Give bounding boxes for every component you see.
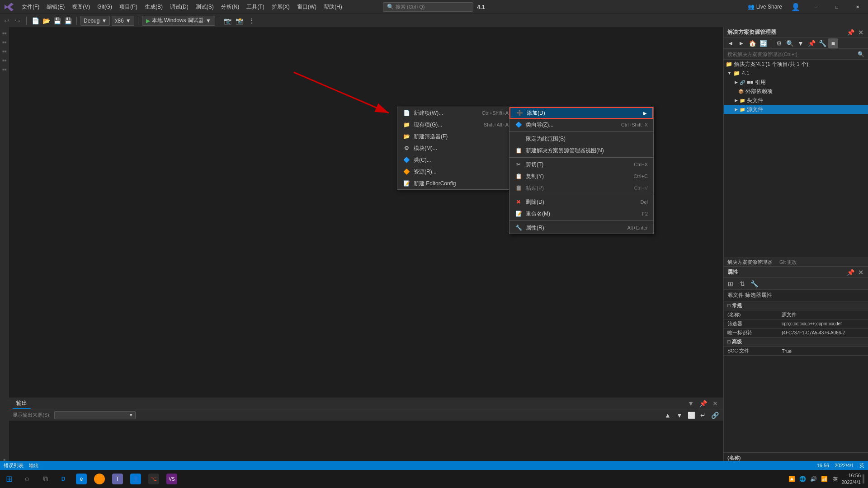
ctx-add-item[interactable]: ➕ 添加(D) ▶ <box>509 107 653 119</box>
save-all-button[interactable]: 💾 <box>63 16 73 26</box>
se-search-input[interactable] <box>727 52 858 57</box>
user-icon-btn[interactable]: 👤 <box>788 2 804 12</box>
ctx-copy[interactable]: 📋 复制(Y) Ctrl+C <box>509 170 653 182</box>
tree-headers[interactable]: ▶ 📁 头文件 <box>724 96 868 105</box>
live-share-button[interactable]: 👥 Live Share <box>744 3 786 11</box>
minimize-button[interactable]: ─ <box>806 0 826 14</box>
tree-references[interactable]: ▶ 🔗 ■■ 引用 <box>724 78 868 87</box>
se-filter-btn[interactable]: 🔍 <box>785 38 795 48</box>
menu-extensions[interactable]: 扩展(X) <box>268 0 293 14</box>
snapshot-button[interactable]: 📷 <box>223 16 233 26</box>
ctx-new-filter[interactable]: 📂 新建筛选器(F) <box>397 131 514 142</box>
close-button[interactable]: ✕ <box>847 0 868 14</box>
start-button[interactable]: ⊞ <box>0 470 18 488</box>
ctx-existing-item[interactable]: 📁 现有项(G)... Shift+Alt+A <box>397 119 514 131</box>
props-pin-button[interactable]: 📌 <box>846 269 855 276</box>
redo-button[interactable]: ↪ <box>13 16 23 26</box>
tree-external[interactable]: 📦 外部依赖项 <box>724 87 868 96</box>
taskbar-app-orange[interactable] <box>90 470 108 488</box>
show-desktop-btn[interactable] <box>863 474 864 483</box>
se-back-btn[interactable]: ◀ <box>726 38 736 48</box>
tray-expand[interactable]: 🔼 <box>787 474 796 483</box>
menu-help[interactable]: 帮助(H) <box>320 0 346 14</box>
ctx-paste[interactable]: 📋 粘贴(P) Ctrl+V <box>509 182 653 194</box>
menu-debug[interactable]: 调试(D) <box>166 0 192 14</box>
run-button[interactable]: ▶ 本地 Windows 调试器 ▼ <box>142 16 215 26</box>
se-tab-solution[interactable]: 解决方案资源管理器 <box>727 259 772 266</box>
se-forward-btn[interactable]: ▶ <box>736 38 746 48</box>
ctx-module[interactable]: ⚙ 模块(M)... <box>397 142 514 154</box>
menu-tools[interactable]: 工具(T) <box>243 0 268 14</box>
search-box[interactable]: 🔍 搜索 (Ctrl+Q) <box>383 2 473 12</box>
output-tab[interactable]: 输出 <box>13 399 31 409</box>
se-highlight-btn[interactable]: ■ <box>828 38 838 48</box>
output-close-btn[interactable]: ✕ <box>711 400 720 407</box>
menu-git[interactable]: Git(G) <box>94 0 116 14</box>
menu-project[interactable]: 项目(P) <box>116 0 141 14</box>
tray-volume[interactable]: 🔊 <box>809 474 818 483</box>
ctx-new-se-view[interactable]: 📋 新建解决方案资源管理器视图(N) <box>509 145 653 156</box>
se-home-btn[interactable]: 🏠 <box>747 38 757 48</box>
taskbar-app-teams[interactable]: T <box>108 470 127 488</box>
tray-network[interactable]: 🌐 <box>798 474 807 483</box>
maximize-button[interactable]: □ <box>826 0 847 14</box>
output-source-select[interactable]: ▼ <box>54 411 136 419</box>
props-grid-btn[interactable]: ⊞ <box>726 279 736 289</box>
output-up-btn[interactable]: ▲ <box>663 410 673 420</box>
taskbar-app-vs[interactable]: VS <box>163 470 181 488</box>
se-refresh-btn[interactable]: 🔄 <box>758 38 768 48</box>
debug-config-dropdown[interactable]: Debug ▼ <box>80 16 110 26</box>
props-close-button[interactable]: ✕ <box>857 269 864 276</box>
tray-wifi[interactable]: 📶 <box>820 474 829 483</box>
tree-sources[interactable]: ▶ 📁 源文件 <box>724 105 868 114</box>
ctx-editorconfig[interactable]: 📝 新建 EditorConfig <box>397 178 514 189</box>
output-pin-btn[interactable]: 📌 <box>698 400 709 407</box>
taskbar-task-view[interactable]: ⧉ <box>36 470 54 488</box>
menu-view[interactable]: 视图(V) <box>68 0 94 14</box>
taskbar-app-git[interactable]: ⌥ <box>145 470 163 488</box>
open-file-button[interactable]: 📂 <box>41 16 51 26</box>
ctx-rename[interactable]: 📝 重命名(M) F2 <box>509 208 653 220</box>
more-button[interactable]: ⋮ <box>246 16 256 26</box>
camera-button[interactable]: 📸 <box>235 16 245 26</box>
tree-project[interactable]: ▼ 📁 4.1 <box>724 69 868 78</box>
tree-solution[interactable]: 📁 解决方案'4.1'(1 个项目/共 1 个) <box>724 60 868 69</box>
props-sort-btn[interactable]: ⇅ <box>737 279 747 289</box>
menu-edit[interactable]: 编辑(E) <box>43 0 68 14</box>
menu-analyze[interactable]: 分析(N) <box>217 0 243 14</box>
se-wrench-btn[interactable]: 🔧 <box>817 38 827 48</box>
save-button[interactable]: 💾 <box>52 16 62 26</box>
ctx-properties[interactable]: 🔧 属性(R) Alt+Enter <box>509 222 653 234</box>
se-pin2-btn[interactable]: 📌 <box>807 38 816 48</box>
menu-test[interactable]: 测试(S) <box>192 0 217 14</box>
status-tab-errors[interactable]: 错误列表 <box>4 462 24 469</box>
output-open-btn[interactable]: 🔗 <box>710 410 720 420</box>
se-tab-git[interactable]: Git 更改 <box>779 259 797 266</box>
ctx-scope[interactable]: 限定为此范围(S) <box>509 133 653 145</box>
props-wrench-btn[interactable]: 🔧 <box>749 279 759 289</box>
status-tab-output[interactable]: 输出 <box>29 462 39 469</box>
ctx-class[interactable]: 🔷 类(C)... <box>397 154 514 166</box>
taskbar-app-edge[interactable]: e <box>72 470 90 488</box>
ctx-new-item[interactable]: 📄 新建项(W)... Ctrl+Shift+A <box>397 107 514 119</box>
ctx-cut[interactable]: ✂ 剪切(T) Ctrl+X <box>509 159 653 170</box>
undo-button[interactable]: ↩ <box>2 16 12 26</box>
output-down-btn[interactable]: ▼ <box>675 410 684 420</box>
ctx-delete[interactable]: ✖ 删除(D) Del <box>509 196 653 208</box>
menu-file[interactable]: 文件(F) <box>18 0 43 14</box>
tray-lang[interactable]: 英 <box>830 474 840 483</box>
ctx-resource[interactable]: 🔶 资源(R)... <box>397 166 514 178</box>
pin-button[interactable]: 📌 <box>846 29 855 36</box>
se-close-button[interactable]: ✕ <box>857 29 864 36</box>
taskbar-app-dell[interactable]: D <box>54 470 72 488</box>
output-clear-btn[interactable]: ⬜ <box>686 410 696 420</box>
ctx-class-wizard[interactable]: 🔷 类向导(Z)... Ctrl+Shift+X <box>509 119 653 131</box>
platform-dropdown[interactable]: x86 ▼ <box>112 16 134 26</box>
taskbar-search[interactable]: ○ <box>18 470 36 488</box>
taskbar-app-people[interactable]: 👤 <box>127 470 145 488</box>
se-collapse-btn[interactable]: ▼ <box>796 38 806 48</box>
menu-build[interactable]: 生成(B) <box>141 0 166 14</box>
se-settings-btn[interactable]: ⚙ <box>774 38 784 48</box>
new-file-button[interactable]: 📄 <box>30 16 40 26</box>
output-collapse-btn[interactable]: ▼ <box>686 400 696 407</box>
